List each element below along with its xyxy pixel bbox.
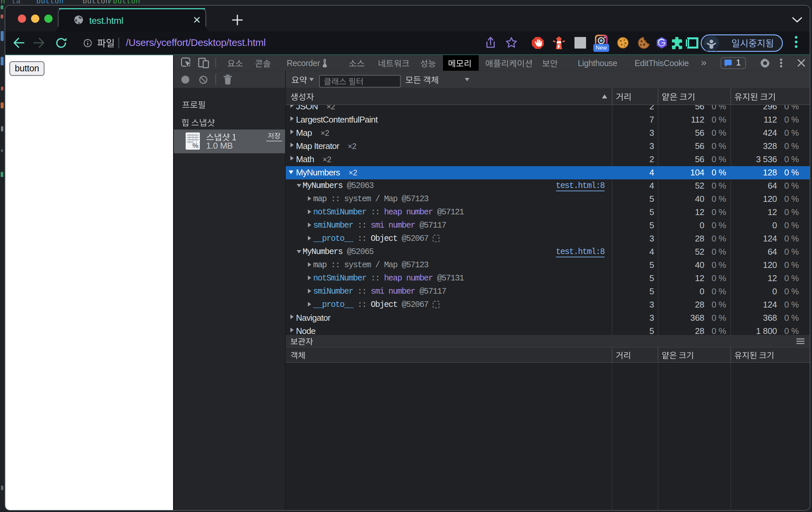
svg-text:%: % [193, 142, 199, 149]
